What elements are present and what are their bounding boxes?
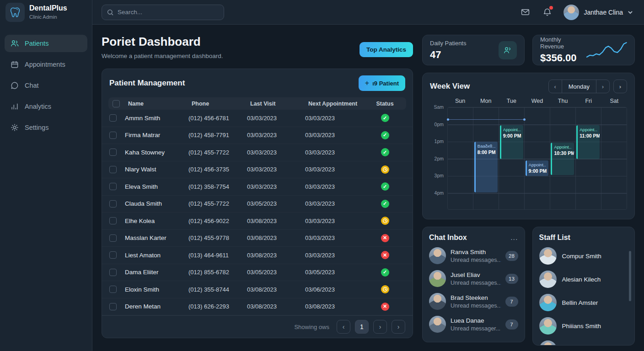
- day-header: Sun: [447, 98, 473, 104]
- status-icon: ✓ ✕: [381, 165, 389, 174]
- table-row[interactable]: Clauda Smith (012) 455-7722 03/05/2023 0…: [102, 196, 413, 213]
- pagination-page-button[interactable]: 1: [355, 320, 369, 334]
- calendar-events: Baaδxθ...8:00 PMAppoint...9:00 PMAppoint…: [448, 107, 627, 209]
- staff-item[interactable]: Compur Smith: [539, 247, 628, 265]
- table-row[interactable]: Eloxin Smith (012) 355-8744 03/08/2023 0…: [102, 281, 413, 298]
- pagination-last-button[interactable]: ›: [392, 320, 405, 334]
- user-menu[interactable]: Janthae Clina: [564, 5, 633, 20]
- table-header: Name Phone Last Visit Next Appointment S…: [108, 97, 406, 110]
- row-checkbox[interactable]: [109, 114, 117, 122]
- table-row[interactable]: Ammn Smith (012) 456-6781 03/03/2023 03/…: [102, 110, 413, 127]
- day-header: Tue: [499, 98, 524, 104]
- mail-icon: [521, 7, 530, 17]
- row-checkbox[interactable]: [109, 303, 117, 310]
- table-row[interactable]: Deren Metan (013) 626-2293 03/08/2023 03…: [102, 298, 413, 316]
- staff-item[interactable]: Phiiians Smith: [539, 317, 628, 335]
- pagination-next-button[interactable]: ›: [373, 320, 387, 334]
- sidebar-item-appointments[interactable]: Appointments: [5, 56, 87, 73]
- next-appointment-date: 03/03/2023: [305, 166, 365, 173]
- row-checkbox[interactable]: [109, 269, 117, 276]
- daily-patients-value: 47: [430, 49, 466, 61]
- table-row[interactable]: Elhe Kolea (012) 456-9022 03/08/2023 03/…: [102, 213, 413, 230]
- chevron-down-icon: [628, 10, 633, 15]
- last-visit-date: 03/03/2023: [247, 183, 305, 190]
- sidebar-item-analytics[interactable]: Analytics: [5, 98, 87, 115]
- chat-item[interactable]: Jusel Eliav Unread messages... 13: [429, 270, 518, 287]
- calendar-event[interactable]: Appoint...9:00 PM: [500, 125, 523, 159]
- table-row[interactable]: Firma Matrar (012) 458-7791 03/03/2023 0…: [102, 127, 413, 144]
- table-row[interactable]: Liest Amaton (013) 464-9611 03/08/2023 0…: [102, 247, 413, 264]
- notifications-button[interactable]: [542, 7, 553, 18]
- row-checkbox[interactable]: [109, 132, 117, 139]
- calendar-event[interactable]: Baaδxθ...8:00 PM: [474, 142, 498, 192]
- patient-name: Elhe Kolea: [125, 218, 188, 224]
- staff-item[interactable]: Alesian Kilech: [539, 271, 628, 288]
- table-row[interactable]: Eleva Smith (012) 358-7754 03/03/2023 03…: [102, 178, 413, 196]
- patient-name: Masslan Karter: [125, 234, 188, 241]
- pagination-prev-button[interactable]: ‹: [337, 320, 350, 334]
- check-icon: ✓: [383, 201, 387, 206]
- mail-button[interactable]: [520, 7, 531, 18]
- brand-name: DentalPlus: [29, 4, 67, 12]
- select-all-checkbox[interactable]: [113, 100, 120, 107]
- table-row[interactable]: Masslan Karter (012) 455-9778 03/08/2023…: [102, 230, 413, 247]
- row-checkbox[interactable]: [109, 234, 117, 242]
- week-forward-button[interactable]: ›: [613, 80, 627, 93]
- user-name: Janthae Clina: [584, 9, 623, 16]
- patient-name: Firma Matrar: [125, 132, 188, 138]
- sidebar-item-settings[interactable]: Settings: [5, 119, 87, 136]
- row-checkbox[interactable]: [109, 286, 117, 293]
- patient-phone: (012) 455-7722: [188, 200, 247, 207]
- last-visit-date: 03/08/2023: [247, 252, 305, 259]
- table-row[interactable]: Nlary Walst (012) 456-3735 03/03/2023 03…: [102, 161, 413, 179]
- patient-phone: (012) 456-6781: [188, 115, 247, 122]
- chat-preview: Unread messager...: [451, 325, 501, 332]
- staff-item[interactable]: Bellin Amster: [539, 294, 628, 311]
- row-checkbox[interactable]: [109, 183, 117, 190]
- patient-name: Nlary Walst: [125, 166, 188, 173]
- search-box[interactable]: [102, 5, 224, 20]
- calendar-event[interactable]: Appoint...10:30 PM: [551, 143, 574, 175]
- unread-badge: 7: [505, 319, 518, 330]
- row-checkbox[interactable]: [109, 149, 117, 156]
- status-icon: ✓ ✕: [381, 200, 389, 208]
- week-next-button[interactable]: ›: [596, 80, 609, 93]
- row-checkbox[interactable]: [109, 217, 117, 224]
- calendar-event[interactable]: Appoint...11:00 PM: [576, 125, 600, 159]
- calendar-event[interactable]: Appoint...9:00 PM: [526, 160, 549, 176]
- search-input[interactable]: [118, 9, 219, 16]
- patient-name: Liest Amaton: [125, 252, 188, 259]
- table-row[interactable]: Kaha Stowney (012) 455-7722 03/03/2023 0…: [102, 144, 413, 161]
- next-appointment-date: 03/03/2023: [305, 149, 365, 156]
- week-prev-button[interactable]: ‹: [549, 80, 562, 93]
- column-header-last-visit: Last Visit: [250, 101, 308, 107]
- staff-scrollbar[interactable]: [629, 251, 631, 301]
- row-checkbox[interactable]: [109, 251, 117, 259]
- next-appointment-date: 03/03/2023: [305, 252, 365, 259]
- staff-name: Alesian Kilech: [562, 276, 601, 283]
- status-icon: ✓ ✕: [381, 217, 389, 225]
- chat-item[interactable]: Brad Steeken Unread messages... 7: [429, 293, 518, 310]
- stat-label: Daily Patients: [430, 40, 466, 47]
- tooth-logo-icon: [5, 3, 25, 22]
- sidebar-item-chat[interactable]: Chat: [5, 77, 87, 94]
- more-options-icon[interactable]: ...: [510, 236, 518, 239]
- calendar-grid[interactable]: Baaδxθ...8:00 PMAppoint...9:00 PMAppoint…: [447, 107, 627, 210]
- next-appointment-date: 03/05/2023: [305, 269, 365, 276]
- row-checkbox[interactable]: [109, 200, 117, 207]
- top-analytics-button[interactable]: Top Analytics: [360, 42, 413, 57]
- x-icon: ✕: [383, 235, 387, 240]
- check-icon: ✓: [383, 150, 387, 155]
- day-header: Sat: [601, 98, 627, 104]
- time-label: 4pm: [435, 190, 444, 196]
- topbar: Janthae Clina: [92, 0, 644, 25]
- sidebar-item-patients[interactable]: Patients: [5, 35, 87, 52]
- day-header-row: SunMonTueWedThuFriSat: [447, 98, 627, 104]
- last-visit-date: 03/03/2023: [247, 166, 305, 173]
- chat-item[interactable]: Luea Danae Unread messager... 7: [429, 316, 518, 333]
- check-icon: ✓: [383, 116, 387, 121]
- table-row[interactable]: Dama Eliiter (012) 855-6782 03/05/2023 0…: [102, 264, 413, 282]
- add-patient-button[interactable]: + ı9 Patient: [359, 75, 405, 91]
- chat-item[interactable]: Ranva Smith Unread messages... 28: [429, 247, 518, 264]
- row-checkbox[interactable]: [109, 166, 117, 173]
